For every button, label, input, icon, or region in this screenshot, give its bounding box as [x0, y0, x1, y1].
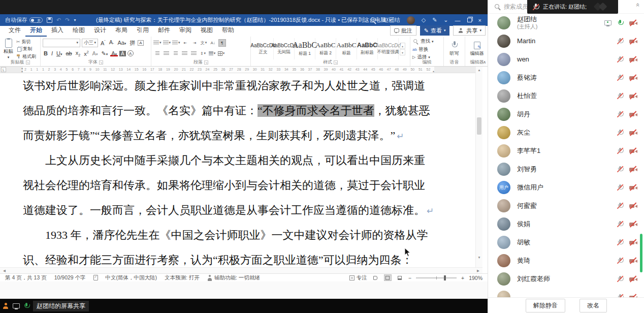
mic-muted-icon[interactable] [617, 38, 624, 45]
proofing-icon[interactable] [93, 275, 98, 280]
mic-muted-icon[interactable] [617, 184, 624, 192]
character-shading-button[interactable]: A [119, 51, 126, 56]
character-border-button[interactable]: A [138, 40, 143, 46]
participant-row[interactable]: 李芊芊1 [488, 142, 644, 160]
participant-row[interactable]: 黄琦 [488, 252, 644, 270]
mic-muted-icon[interactable] [617, 257, 624, 265]
participant-row[interactable]: 胡丹 [488, 105, 644, 123]
tab-视图[interactable]: 视图 [196, 25, 217, 37]
text-effects-button[interactable]: A▾ [91, 50, 99, 56]
superscript-button[interactable]: x2 [83, 50, 89, 57]
page-indicator[interactable]: 第 4 页，共 13 页 [5, 274, 47, 281]
bold-button[interactable]: B [43, 50, 49, 56]
camera-off-icon[interactable] [629, 92, 637, 100]
indent-marker-right[interactable]: ▴ [433, 69, 434, 73]
participant-row[interactable] [488, 288, 644, 297]
view-mode-button[interactable]: ✎查看▾ [420, 25, 450, 36]
enclose-characters-button[interactable]: A [127, 50, 134, 56]
zoom-slider-thumb[interactable] [444, 275, 446, 280]
horizontal-ruler[interactable]: L 21112345678910111213141516171819202122… [0, 67, 475, 73]
camera-off-icon[interactable] [629, 19, 637, 26]
font-color-button[interactable]: A▾ [110, 50, 118, 56]
align-center-button[interactable] [163, 50, 170, 57]
camera-off-icon[interactable] [629, 166, 637, 173]
numbering-button[interactable]: ▾ [163, 39, 171, 47]
replace-button[interactable]: ab替换 [412, 46, 441, 53]
participant-list[interactable]: 赵团结(主持人)Martinwen蔡铭涛杜怡萱胡丹灰尘李芊芊1刘智勇用户微信用户… [488, 14, 644, 297]
tab-布局[interactable]: 布局 [111, 25, 132, 37]
document-page[interactable]: 该书对后世影响深远。颜之推在家训中非常重视治家教子和为人处世之道，强调道德品质的… [0, 73, 475, 267]
mic-muted-icon[interactable] [617, 56, 624, 64]
mic-muted-icon[interactable] [617, 202, 624, 210]
restore-button[interactable] [467, 18, 472, 22]
mic-muted-icon[interactable] [617, 221, 624, 228]
justify-button[interactable] [181, 50, 188, 57]
word-horizontal-scrollbar[interactable]: ◀ ▶ [0, 267, 482, 273]
camera-off-icon[interactable] [629, 294, 637, 297]
multilevel-list-button[interactable]: ▾ [172, 39, 180, 47]
style-card[interactable]: AaBbC标题 1 [295, 38, 315, 59]
dictate-button[interactable]: 听写 [446, 38, 463, 60]
mic-muted-icon[interactable] [617, 294, 624, 298]
mic-on-icon[interactable] [617, 19, 624, 27]
qat-customize-icon[interactable]: ▾ [74, 18, 76, 22]
tab-文件[interactable]: 文件 [4, 25, 25, 37]
indent-marker-left[interactable]: ▴ [21, 69, 23, 73]
camera-off-icon[interactable] [629, 184, 637, 191]
styles-dialog-launcher[interactable]: ↘ [334, 60, 338, 65]
clipboard-dialog-launcher[interactable]: ↘ [26, 60, 30, 65]
align-left-button[interactable] [153, 50, 161, 57]
find-button[interactable]: 查找▾ [412, 38, 441, 45]
style-card[interactable]: AaBbC标题 2 [315, 38, 336, 59]
mic-muted-icon[interactable] [617, 129, 624, 137]
line-spacing-button[interactable]: ⇕▾ [199, 50, 207, 57]
participant-row[interactable]: 杜怡萱 [488, 87, 644, 105]
scroll-up-icon[interactable]: ▲ [476, 68, 482, 72]
mic-muted-icon[interactable] [617, 92, 624, 100]
participant-row[interactable]: 何蜜蜜 [488, 197, 644, 215]
title-dropdown-icon[interactable]: ∨ [389, 18, 392, 22]
sort-button[interactable]: A↓ [209, 39, 217, 47]
distribute-button[interactable] [190, 50, 198, 57]
tab-引用[interactable]: 引用 [132, 25, 153, 37]
close-button[interactable]: × [478, 17, 481, 23]
ribbon-display-options-icon[interactable]: ⌄ [443, 17, 448, 23]
mic-muted-icon[interactable] [617, 111, 624, 118]
participant-row[interactable]: 刘红霞老师 [488, 270, 644, 288]
subscript-button[interactable]: x2 [75, 50, 81, 57]
undo-icon[interactable]: ↶ [56, 17, 61, 23]
underline-button[interactable]: U▾ [55, 50, 63, 56]
save-icon[interactable] [47, 17, 52, 23]
focus-mode-button[interactable]: 专注 [349, 274, 367, 281]
camera-off-icon[interactable] [629, 147, 637, 154]
camera-off-icon[interactable] [629, 129, 637, 136]
participant-row[interactable]: Martin [488, 32, 644, 50]
mic-muted-icon[interactable] [617, 166, 624, 173]
tab-邮件[interactable]: 邮件 [153, 25, 175, 37]
zoom-out-button[interactable]: − [408, 275, 411, 281]
participant-row[interactable]: 刘智勇 [488, 160, 644, 178]
participant-row[interactable]: 用户微信用户 [488, 178, 644, 197]
styles-down-icon[interactable]: ▾ [400, 49, 405, 55]
phonetic-guide-button[interactable]: 拼 [128, 39, 136, 47]
read-mode-button[interactable] [372, 274, 379, 281]
account-avatar[interactable] [407, 16, 415, 24]
style-card[interactable]: AaBbC副标题 [357, 38, 378, 59]
tab-绘图[interactable]: 绘图 [68, 25, 89, 37]
premium-gem-icon[interactable]: ◇ [422, 17, 426, 23]
participant-row[interactable]: 灰尘 [488, 123, 644, 142]
camera-off-icon[interactable] [629, 239, 637, 246]
tab-插入[interactable]: 插入 [47, 25, 68, 37]
web-layout-button[interactable] [396, 274, 404, 281]
search-icon[interactable] [370, 17, 377, 23]
share-button[interactable]: 共享▾ [453, 25, 486, 36]
highlight-button[interactable]: ✎▾ [100, 50, 109, 57]
camera-off-icon[interactable] [629, 202, 637, 209]
increase-indent-button[interactable]: ⇥ [191, 39, 199, 47]
decrease-indent-button[interactable]: ⇤ [182, 39, 189, 47]
mic-muted-icon[interactable] [617, 239, 624, 246]
participant-row[interactable]: 侯娟 [488, 215, 644, 233]
tab-设计[interactable]: 设计 [89, 25, 111, 37]
camera-off-icon[interactable] [629, 257, 637, 264]
collapse-ribbon-icon[interactable]: ∧ [483, 60, 486, 65]
